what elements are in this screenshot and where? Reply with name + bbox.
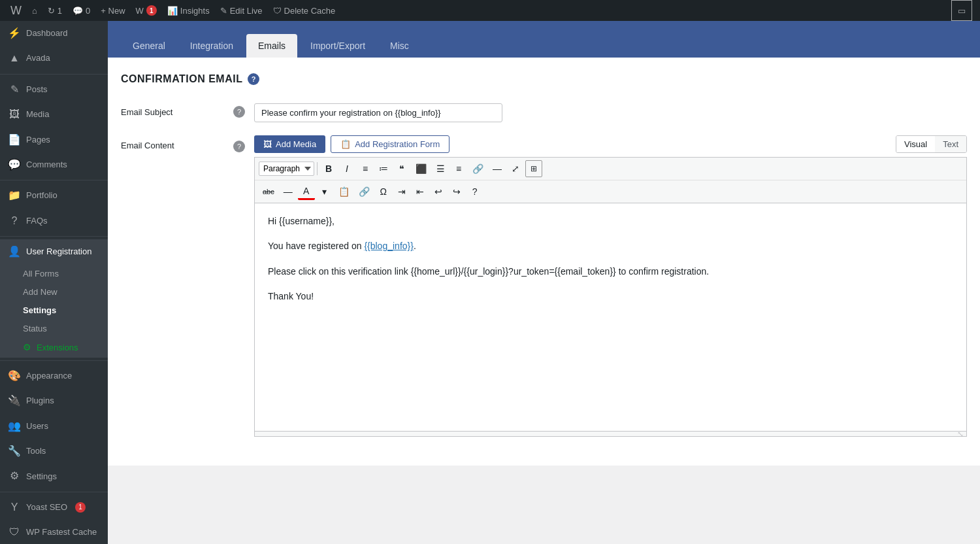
media-icon: 🖼 (8, 107, 21, 122)
editor-content[interactable]: Hi {{username}}, You have registered on … (254, 203, 967, 432)
table-button[interactable]: ⊞ (525, 160, 542, 177)
font-color-button[interactable]: A (298, 183, 315, 200)
wp-logo[interactable]: W (5, 0, 27, 21)
settings-icon: ⚙ (8, 469, 21, 483)
undo-button[interactable]: ↩ (430, 183, 447, 200)
ordered-list-button[interactable]: ≔ (375, 160, 392, 177)
email-content-help[interactable]: ? (233, 141, 245, 152)
indent-button[interactable]: ⇥ (393, 183, 410, 200)
home-link[interactable]: ⌂ (27, 0, 42, 21)
email-content-field: 🖼 Add Media 📋 Add Registration Form Visu… (254, 135, 967, 437)
text-button[interactable]: Text (935, 136, 966, 152)
submenu-item-label: Status (23, 323, 47, 335)
sidebar-item-user-registration[interactable]: 👤 User Registration (0, 239, 108, 264)
visual-button[interactable]: Visual (896, 136, 935, 152)
sidebar: ⚡ Dashboard ▲ Avada ✎ Posts 🖼 Media 📄 Pa… (0, 21, 108, 544)
toolbar-row-1: Paragraph Heading 1 Heading 2 B I ≡ ≔ ❝ … (255, 158, 966, 180)
wp-badge: 1 (146, 5, 157, 16)
sidebar-item-settings[interactable]: ⚙ Settings (0, 464, 108, 488)
sidebar-item-dashboard[interactable]: ⚡ Dashboard (0, 21, 108, 46)
sidebar-item-media[interactable]: 🖼 Media (0, 102, 108, 127)
paragraph-select[interactable]: Paragraph Heading 1 Heading 2 (259, 162, 314, 176)
sidebar-item-pages[interactable]: 📄 Pages (0, 128, 108, 152)
tab-emails[interactable]: Emails (246, 34, 297, 58)
blog-info-link[interactable]: {{blog_info}} (364, 241, 414, 251)
edit-live-link[interactable]: ✎ Edit Live (215, 0, 268, 21)
wp-fastest-cache-icon: 🛡 (8, 525, 21, 539)
tab-general[interactable]: General (121, 34, 177, 58)
email-subject-input[interactable] (254, 103, 502, 122)
user-registration-icon: 👤 (8, 245, 21, 259)
sidebar-item-users[interactable]: 👥 Users (0, 414, 108, 439)
link-button[interactable]: 🔗 (468, 160, 487, 177)
align-center-button[interactable]: ☰ (432, 160, 449, 177)
email-subject-help[interactable]: ? (233, 106, 245, 118)
horizontal-rule-button[interactable]: — (280, 183, 297, 200)
add-form-icon: 📋 (340, 139, 351, 149)
yoast-icon: Y (8, 500, 21, 515)
faqs-icon: ? (8, 214, 21, 228)
align-left-button[interactable]: ⬛ (412, 160, 431, 177)
outdent-button[interactable]: ⇤ (412, 183, 429, 200)
avada-icon: ▲ (8, 51, 21, 65)
align-right-button[interactable]: ≡ (450, 160, 467, 177)
insert-link-button[interactable]: 🔗 (355, 183, 374, 200)
sidebar-item-avada[interactable]: ▲ Avada (0, 46, 108, 71)
new-content-link[interactable]: + New (95, 0, 130, 21)
sidebar-item-portfolio[interactable]: 📁 Portfolio (0, 183, 108, 208)
email-thanks: Thank You! (268, 289, 953, 303)
add-media-button[interactable]: 🖼 Add Media (254, 135, 325, 153)
tools-icon: 🔧 (8, 444, 21, 458)
email-registered: You have registered on {{blog_info}}. (268, 239, 953, 253)
comments-link[interactable]: 💬 0 (67, 0, 95, 21)
sidebar-item-wp-fastest-cache[interactable]: 🛡 WP Fastest Cache (0, 520, 108, 544)
sidebar-item-tools[interactable]: 🔧 Tools (0, 439, 108, 464)
submenu-item-label: Add New (23, 286, 57, 298)
sidebar-item-label: Avada (26, 52, 50, 64)
strikethrough-button[interactable]: abc (259, 183, 278, 200)
unordered-list-button[interactable]: ≡ (357, 160, 374, 177)
bold-button[interactable]: B (320, 160, 337, 177)
add-registration-form-button[interactable]: 📋 Add Registration Form (331, 135, 449, 153)
email-content-row: Email Content ? 🖼 Add Media 📋 Add Regist… (121, 135, 967, 437)
sidebar-item-appearance[interactable]: 🎨 Appearance (0, 364, 108, 388)
sidebar-item-faqs[interactable]: ? FAQs (0, 209, 108, 233)
wp-link[interactable]: W 1 (131, 0, 162, 21)
content-area: General Integration Emails Import/Export… (108, 21, 980, 544)
sidebar-item-label: User Registration (26, 246, 91, 258)
sidebar-item-label: Tools (26, 445, 46, 457)
italic-button[interactable]: I (338, 160, 355, 177)
blockquote-button[interactable]: ❝ (393, 160, 410, 177)
sidebar-item-plugins[interactable]: 🔌 Plugins (0, 388, 108, 413)
redo-button[interactable]: ↪ (448, 183, 465, 200)
tab-integration[interactable]: Integration (178, 34, 245, 58)
submenu-settings[interactable]: Settings (0, 301, 108, 320)
sidebar-item-comments[interactable]: 💬 Comments (0, 152, 108, 177)
sidebar-item-label: FAQs (26, 215, 48, 227)
omega-button[interactable]: Ω (375, 183, 392, 200)
fullscreen-button[interactable]: ⤢ (507, 160, 524, 177)
extensions-icon: ⚙ (23, 341, 31, 354)
submenu-status[interactable]: Status (0, 320, 108, 338)
delete-cache-link[interactable]: 🛡 Delete Cache (268, 0, 341, 21)
insights-link[interactable]: 📊 Insights (162, 0, 215, 21)
sidebar-item-label: Pages (26, 134, 50, 146)
font-color-dropdown[interactable]: ▾ (316, 183, 333, 200)
hr-button[interactable]: — (489, 160, 506, 177)
paste-button[interactable]: 📋 (335, 183, 353, 200)
submenu-all-forms[interactable]: All Forms (0, 265, 108, 283)
sidebar-item-posts[interactable]: ✎ Posts (0, 77, 108, 102)
sidebar-item-yoast-seo[interactable]: Y Yoast SEO 1 (0, 495, 108, 520)
section-title: CONFIRMATION EMAIL ? (121, 73, 967, 85)
updates-count: 1 (57, 6, 62, 16)
screen-meta-button[interactable]: ▭ (951, 0, 972, 21)
updates-link[interactable]: ↻ 1 (42, 0, 67, 21)
editor-resize-handle[interactable]: ⤡ (254, 432, 967, 437)
section-help-icon[interactable]: ? (248, 73, 259, 85)
help-button[interactable]: ? (466, 183, 483, 200)
submenu-extensions[interactable]: ⚙ Extensions (0, 338, 108, 358)
submenu-add-new[interactable]: Add New (0, 283, 108, 301)
tab-import-export[interactable]: Import/Export (299, 34, 377, 58)
tab-misc[interactable]: Misc (378, 34, 421, 58)
sidebar-item-label: Media (26, 109, 49, 120)
